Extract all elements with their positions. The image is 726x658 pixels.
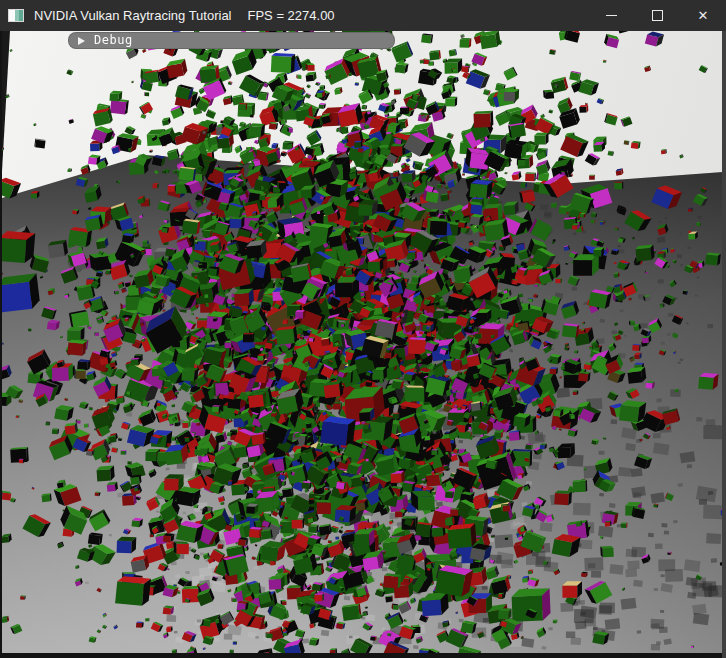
raytraced-scene-canvas[interactable] (2, 31, 723, 653)
maximize-icon (652, 10, 663, 21)
app-icon (8, 9, 24, 22)
collapse-arrow-icon[interactable] (78, 37, 85, 45)
close-icon: ✕ (698, 9, 709, 22)
debug-panel-header[interactable]: Debug (68, 32, 395, 49)
window-title: NVIDIA Vulkan Raytracing Tutorial (34, 8, 232, 23)
right-border (722, 31, 726, 658)
maximize-button[interactable] (634, 0, 680, 31)
debug-panel-label: Debug (94, 33, 133, 48)
close-button[interactable]: ✕ (680, 0, 726, 31)
minimize-button[interactable] (588, 0, 634, 31)
minimize-icon (606, 15, 617, 16)
titlebar[interactable]: NVIDIA Vulkan Raytracing Tutorial FPS = … (0, 0, 726, 31)
viewport: Debug (0, 31, 726, 658)
fps-counter: FPS = 2274.00 (248, 8, 335, 23)
window-controls: ✕ (588, 0, 726, 31)
app-window: NVIDIA Vulkan Raytracing Tutorial FPS = … (0, 0, 726, 658)
